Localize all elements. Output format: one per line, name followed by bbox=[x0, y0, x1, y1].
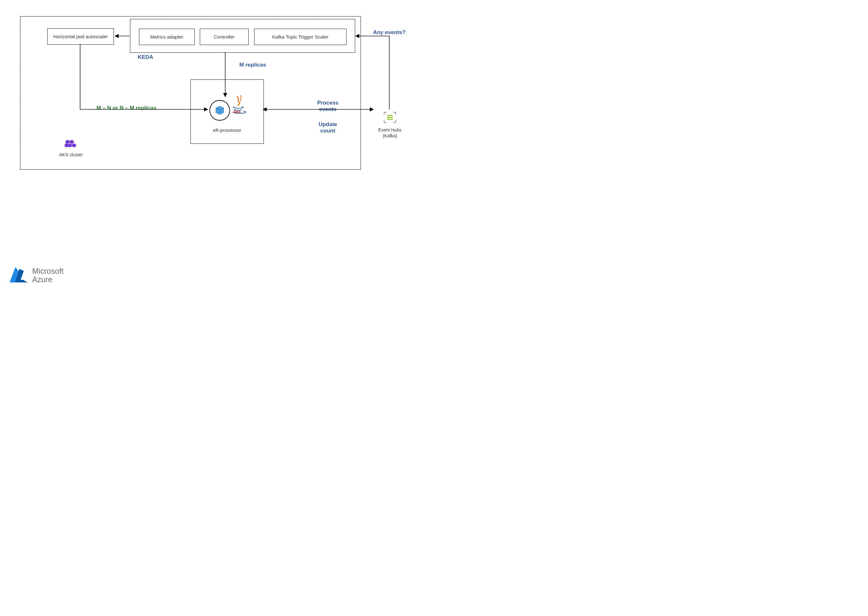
any-events-label: Any events? bbox=[371, 29, 407, 36]
keda-label: KEDA bbox=[138, 54, 153, 60]
mn-replicas-label: M – N or N – M replicas bbox=[96, 105, 156, 111]
controller-box: Controller bbox=[200, 28, 249, 45]
azure-logo: Microsoft Azure bbox=[9, 266, 63, 284]
svg-rect-13 bbox=[391, 117, 393, 118]
svg-marker-6 bbox=[68, 143, 72, 147]
aks-cluster-label: AKS cluster bbox=[59, 152, 83, 157]
update-count-label: Update count bbox=[313, 121, 342, 134]
metrics-adapter-label: Metrics adapter bbox=[150, 34, 183, 39]
svg-rect-12 bbox=[389, 117, 391, 118]
kafka-scaler-box: Kafka Topic Trigger Scaler bbox=[254, 28, 346, 45]
hpa-label: Horizontal pod autoscaler bbox=[53, 34, 108, 39]
svg-marker-3 bbox=[66, 140, 69, 144]
svg-rect-11 bbox=[387, 117, 388, 118]
event-hubs-block: Event Hubs (Kafka) bbox=[377, 111, 403, 139]
aks-icon-block: AKS cluster bbox=[59, 140, 83, 157]
svg-marker-4 bbox=[70, 140, 74, 144]
event-hubs-line2: (Kafka) bbox=[382, 133, 397, 138]
svg-rect-14 bbox=[387, 119, 388, 120]
eft-processor-pod: Java eft-processor bbox=[190, 79, 264, 144]
eft-processor-label: eft-processor bbox=[191, 127, 264, 133]
cube-icon bbox=[215, 106, 224, 115]
m-replicas-label: M replicas bbox=[239, 62, 266, 68]
azure-logo-icon bbox=[9, 266, 29, 284]
pod-circle-icon bbox=[209, 100, 230, 121]
java-icon: Java bbox=[232, 95, 247, 115]
process-events-label: Process events bbox=[313, 100, 342, 113]
metrics-adapter-box: Metrics adapter bbox=[139, 28, 195, 45]
svg-rect-8 bbox=[387, 115, 388, 116]
brand-line2: Azure bbox=[32, 275, 52, 284]
keda-container: Metrics adapter Controller Kafka Topic T… bbox=[130, 19, 355, 53]
svg-rect-15 bbox=[389, 119, 391, 120]
svg-marker-7 bbox=[72, 143, 76, 147]
hpa-box: Horizontal pod autoscaler bbox=[47, 28, 114, 45]
svg-text:Java: Java bbox=[233, 110, 241, 113]
aks-cluster-container: Horizontal pod autoscaler Metrics adapte… bbox=[20, 16, 361, 170]
event-hubs-icon bbox=[384, 111, 396, 124]
azure-logo-text: Microsoft Azure bbox=[32, 267, 63, 284]
svg-rect-10 bbox=[391, 115, 393, 116]
kafka-scaler-label: Kafka Topic Trigger Scaler bbox=[272, 34, 329, 39]
svg-rect-16 bbox=[391, 119, 393, 120]
svg-rect-9 bbox=[389, 115, 391, 116]
controller-label: Controller bbox=[214, 34, 234, 39]
event-hubs-label: Event Hubs (Kafka) bbox=[377, 127, 403, 139]
brand-line1: Microsoft bbox=[32, 267, 63, 275]
aks-hexes-icon bbox=[64, 140, 77, 149]
event-hubs-line1: Event Hubs bbox=[378, 127, 401, 132]
